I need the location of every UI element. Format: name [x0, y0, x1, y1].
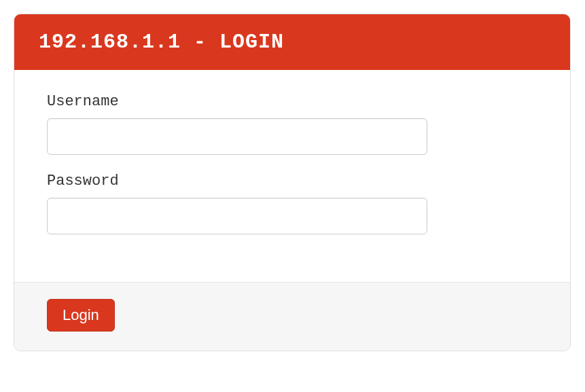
panel-header: 192.168.1.1 - LOGIN	[14, 14, 570, 70]
page-title: 192.168.1.1 - LOGIN	[39, 31, 284, 54]
username-input[interactable]	[47, 118, 427, 155]
password-input[interactable]	[47, 198, 427, 234]
panel-footer: Login	[14, 282, 570, 351]
username-label: Username	[47, 93, 537, 110]
username-group: Username	[47, 93, 537, 155]
login-button[interactable]: Login	[47, 299, 115, 332]
panel-body: Username Password	[14, 70, 570, 282]
login-panel: 192.168.1.1 - LOGIN Username Password Lo…	[14, 14, 571, 351]
password-group: Password	[47, 173, 537, 234]
password-label: Password	[47, 173, 537, 190]
